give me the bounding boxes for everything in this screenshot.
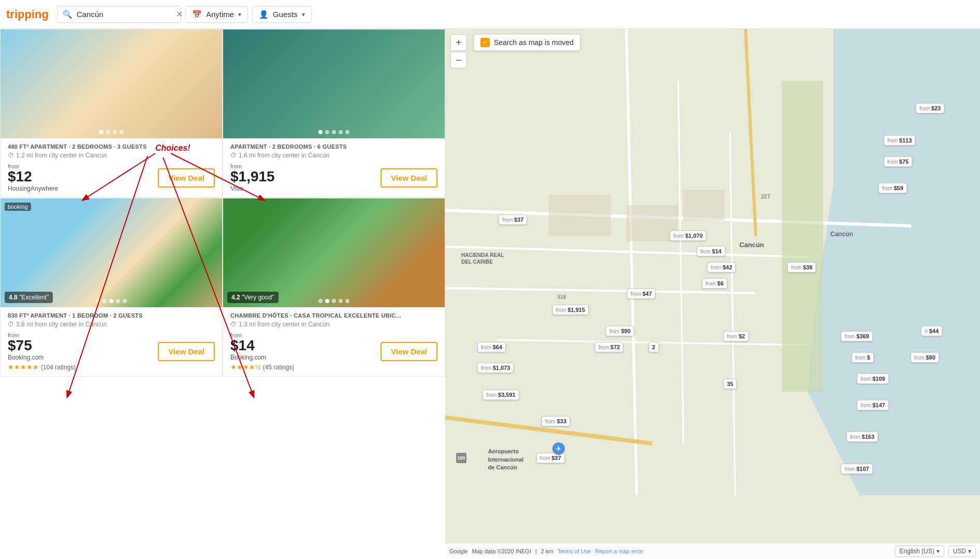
price-pin[interactable]: from $6 xyxy=(702,278,727,289)
dot xyxy=(325,130,329,134)
price-pin[interactable]: from $147 xyxy=(857,400,888,410)
road-180-badge: 180 xyxy=(456,453,466,463)
currency-selector[interactable]: USD ▾ xyxy=(948,546,976,557)
price-pin-value: $369 xyxy=(856,333,869,339)
clear-button[interactable]: ✕ xyxy=(175,9,184,19)
price-pin[interactable]: from $42 xyxy=(707,262,736,273)
guests-icon: 👤 xyxy=(259,10,269,19)
price-pin-from: from xyxy=(598,345,610,350)
price-pin[interactable]: from $109 xyxy=(857,374,888,384)
listing-type: CHAMBRE D'HÔTES · CASA TROPICAL EXCELENT… xyxy=(230,312,437,319)
price-pin-value: 2 xyxy=(652,344,655,350)
view-deal-button[interactable]: View Deal xyxy=(158,168,215,188)
price-pin[interactable]: from $1,073 xyxy=(477,363,514,373)
price-pin[interactable]: from $80 xyxy=(911,352,939,363)
price-pin-value: $109 xyxy=(872,376,885,382)
map-terms[interactable]: Terms of Use xyxy=(558,548,591,554)
map-selectors: English (US) ▾ USD ▾ xyxy=(895,546,976,557)
currency-chevron-icon: ▾ xyxy=(968,548,971,555)
dot xyxy=(116,299,120,303)
map-label-airport-text: AeropuertoInternacionalde Cancún xyxy=(488,448,523,471)
price-pin[interactable]: n $44 xyxy=(921,326,942,336)
price-pin[interactable]: from $113 xyxy=(884,135,915,146)
listing-image xyxy=(223,30,445,138)
price-pin-from: from xyxy=(887,159,899,165)
search-box[interactable]: 🔍 ✕ xyxy=(57,6,181,23)
price-pin[interactable]: 2 xyxy=(649,342,659,352)
price-pin[interactable]: from $1,915 xyxy=(552,305,589,315)
zoom-out-button[interactable]: − xyxy=(450,52,467,68)
price-pin-from: from xyxy=(545,419,557,424)
price-pin[interactable]: from $107 xyxy=(841,464,872,474)
price-source: HousingAnywhere xyxy=(8,185,58,192)
price-block: from $14 Booking.com ★★★★½ (45 ratings) xyxy=(230,332,295,371)
airport-pin: ✈ xyxy=(552,442,565,455)
currency-label: USD xyxy=(953,548,966,555)
svg-rect-20 xyxy=(683,190,725,221)
svg-rect-18 xyxy=(549,195,611,236)
view-deal-button[interactable]: View Deal xyxy=(381,342,437,361)
price-pin[interactable]: from $38 xyxy=(787,262,816,273)
ratings-count: (45 ratings) xyxy=(263,364,295,371)
stars: ★★★★½ xyxy=(230,363,261,371)
dot xyxy=(332,299,336,303)
map-panel: HACIENDA REALDEL CARIBE Cancún Cancún 22… xyxy=(445,29,980,559)
listings-panel: 480 FT² APARTMENT · 2 BEDROOMS · 3 GUEST… xyxy=(0,29,445,559)
map-data-text: Map data ©2020 INEGI xyxy=(472,548,531,554)
price-pin[interactable]: from $3,591 xyxy=(482,390,519,400)
price-pin[interactable]: from $75 xyxy=(884,156,912,167)
main-layout: 480 FT² APARTMENT · 2 BEDROOMS · 3 GUEST… xyxy=(0,29,980,559)
listing-price-row: from $75 Booking.com ★★★★★ (104 ratings)… xyxy=(8,332,215,371)
price-pin[interactable]: from $59 xyxy=(879,183,907,193)
listing-image xyxy=(1,30,222,138)
price-pin[interactable]: from $90 xyxy=(606,326,634,336)
price-pin[interactable]: from $369 xyxy=(841,331,872,341)
price-pin-value: $3,591 xyxy=(498,392,516,398)
price-pin-from: from xyxy=(502,217,514,223)
price-pin[interactable]: from $72 xyxy=(595,342,623,352)
price-pin[interactable]: 35 xyxy=(723,379,737,389)
price-pin[interactable]: from $23 xyxy=(916,103,944,113)
price-pin[interactable]: from $ xyxy=(852,352,874,363)
view-deal-button[interactable]: View Deal xyxy=(158,342,215,361)
zoom-in-button[interactable]: + xyxy=(450,34,467,51)
guests-picker[interactable]: 👤 Guests ▾ xyxy=(252,6,312,23)
map-label-hacienda: HACIENDA REALDEL CARIBE xyxy=(461,252,504,265)
rating-row: ★★★★½ (45 ratings) xyxy=(230,363,295,371)
date-chevron-icon: ▾ xyxy=(238,11,241,18)
price-pin[interactable]: from $47 xyxy=(627,289,655,299)
price-pin[interactable]: from $163 xyxy=(846,432,878,442)
price-pin[interactable]: from $37 xyxy=(499,214,527,225)
price-pin[interactable]: from $14 xyxy=(697,246,725,256)
price-pin-value: $47 xyxy=(642,291,652,297)
map-report[interactable]: Report a map error xyxy=(595,548,643,554)
price-pin-from: from xyxy=(481,365,493,371)
language-selector[interactable]: English (US) ▾ xyxy=(895,546,944,557)
map-controls: + − xyxy=(450,34,467,68)
price-pin[interactable]: from $33 xyxy=(542,416,570,426)
price-pin-value: $163 xyxy=(862,434,874,440)
checkbox-checked-icon: ✓ xyxy=(480,38,490,47)
date-picker[interactable]: 📅 Anytime ▾ xyxy=(185,6,248,23)
price-pin-from: from xyxy=(844,466,856,472)
listing-info: CHAMBRE D'HÔTES · CASA TROPICAL EXCELENT… xyxy=(223,307,445,376)
price-pin-from: from xyxy=(844,334,856,339)
price-pin[interactable]: from $2 xyxy=(723,331,749,341)
price-pin-from: from xyxy=(700,249,712,254)
listing-type: APARTMENT · 2 BEDROOMS · 6 GUESTS xyxy=(230,144,437,150)
ratings-count: (104 ratings) xyxy=(41,364,76,371)
price-pin-value: $72 xyxy=(610,344,620,350)
view-deal-button[interactable]: View Deal xyxy=(381,168,437,188)
logo-text: trip xyxy=(6,8,24,21)
price-pin-value: $59 xyxy=(894,185,903,191)
price-pin[interactable]: from $64 xyxy=(477,342,506,352)
search-as-map-moved[interactable]: ✓ Search as map is moved xyxy=(474,34,580,51)
price-pin[interactable]: from $1,070 xyxy=(670,231,706,241)
listing-distance: ⏱ 3.8 mi from city center in Cancún xyxy=(8,321,215,328)
price-pin-from: from xyxy=(481,345,493,350)
price-block: from $75 Booking.com ★★★★★ (104 ratings) xyxy=(8,332,76,371)
price-pin-value: $75 xyxy=(899,159,909,165)
price-pin-value: $107 xyxy=(856,466,869,472)
search-input[interactable] xyxy=(77,10,175,19)
price-block: from $12 HousingAnywhere xyxy=(8,163,58,192)
